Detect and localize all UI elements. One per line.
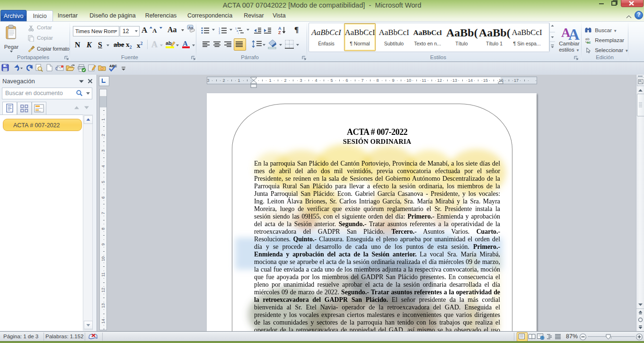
svg-text:Z: Z	[278, 30, 281, 35]
svg-text:A: A	[183, 40, 188, 47]
svg-text:3: 3	[219, 32, 220, 34]
svg-text:ac: ac	[587, 40, 591, 44]
svg-text:ab: ab	[166, 40, 172, 46]
svg-text:A: A	[568, 26, 580, 43]
svg-text:i: i	[238, 32, 238, 34]
